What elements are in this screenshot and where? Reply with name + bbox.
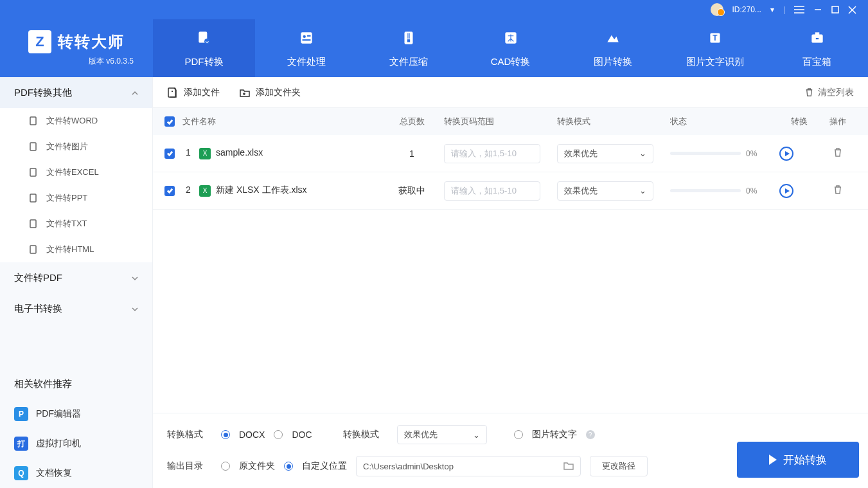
pages-cell: 获取中 (380, 185, 444, 197)
recommend-item-1[interactable]: 打虚拟打印机 (0, 429, 152, 458)
chevron-icon (132, 273, 138, 284)
maximize-icon[interactable] (831, 6, 839, 14)
sidebar-group-header[interactable]: PDF转换其他 (0, 77, 152, 108)
chevron-down-icon: ⌄ (473, 430, 480, 440)
row-checkbox[interactable] (164, 149, 175, 159)
format-option-docx[interactable]: DOCX (239, 429, 265, 440)
folder-icon[interactable] (563, 461, 574, 472)
row-number: 2 (182, 185, 194, 195)
format-option-doc[interactable]: DOC (292, 429, 312, 440)
svg-rect-5 (307, 35, 310, 36)
add-folder-button[interactable]: 添加文件夹 (239, 87, 301, 98)
tab-icon (195, 29, 213, 47)
svg-rect-14 (815, 38, 818, 39)
clear-list-label: 清空列表 (818, 87, 854, 98)
main-tab-5[interactable]: T图片文字识别 (664, 19, 766, 77)
recommend-icon: Q (14, 466, 28, 480)
sidebar-item-0[interactable]: 文件转WORD (0, 108, 152, 134)
svg-text:T: T (713, 33, 718, 42)
img2text-label[interactable]: 图片转文字 (532, 429, 577, 440)
convert-button[interactable] (779, 184, 793, 198)
file-type-icon (28, 193, 39, 203)
svg-rect-17 (30, 168, 36, 176)
avatar-icon[interactable] (711, 3, 723, 16)
output-option-source[interactable]: 原文件夹 (239, 460, 275, 472)
output-radio-custom[interactable] (284, 462, 293, 471)
sidebar-item-5[interactable]: 文件转HTML (0, 237, 152, 262)
tab-icon (808, 29, 826, 47)
format-radio-doc[interactable] (274, 430, 283, 439)
output-label: 输出目录 (167, 460, 212, 472)
row-checkbox[interactable] (164, 186, 175, 196)
start-convert-label: 开始转换 (783, 453, 827, 467)
menu-icon[interactable] (794, 6, 804, 14)
main-tab-3[interactable]: CAD转换 (459, 19, 562, 77)
clear-list-button[interactable]: 清空列表 (804, 87, 854, 98)
main-tabs: PDF转换文件处理文件压缩CAD转换图片转换T图片文字识别百宝箱 (153, 19, 868, 77)
chevron-down-icon: ⌄ (639, 186, 646, 195)
svg-rect-6 (302, 39, 310, 41)
minimize-icon[interactable] (813, 5, 822, 14)
col-mode: 转换模式 (557, 116, 670, 127)
output-path-value: C:\Users\admin\Desktop (363, 462, 454, 471)
chevron-icon (132, 87, 138, 98)
file-type-icon (28, 116, 39, 126)
select-all-checkbox[interactable] (164, 116, 175, 127)
user-id-label[interactable]: ID:270... (732, 5, 761, 14)
output-option-custom[interactable]: 自定义位置 (302, 460, 347, 472)
main-tab-1[interactable]: 文件处理 (255, 19, 357, 77)
help-icon[interactable]: ? (586, 430, 595, 439)
main-panel: 添加文件 添加文件夹 清空列表 文件名称 总页数 转换页码范围 转换模式 状态 … (153, 77, 868, 488)
tab-label: 百宝箱 (802, 56, 831, 68)
sidebar-item-3[interactable]: 文件转PPT (0, 185, 152, 211)
close-icon[interactable] (848, 6, 856, 14)
tab-icon (502, 29, 520, 47)
recommend-item-0[interactable]: PPDF编辑器 (0, 399, 152, 429)
page-range-input[interactable] (444, 181, 540, 201)
convert-button[interactable] (779, 147, 793, 161)
start-convert-button[interactable]: 开始转换 (737, 442, 859, 478)
recommend-item-2[interactable]: Q文档恢复 (0, 458, 152, 488)
sidebar-group-header[interactable]: 文件转PDF (0, 262, 152, 293)
tab-label: 文件压缩 (389, 56, 428, 68)
change-path-button[interactable]: 更改路径 (590, 456, 648, 476)
page-range-input[interactable] (444, 144, 540, 163)
svg-rect-20 (30, 246, 36, 253)
col-convert: 转换 (779, 116, 819, 127)
recommend-label: 虚拟打印机 (36, 438, 81, 449)
col-pages: 总页数 (380, 116, 444, 127)
mode-select[interactable]: 效果优先⌄ (557, 181, 653, 201)
svg-rect-8 (407, 39, 409, 42)
user-dropdown-icon[interactable]: ▾ (770, 5, 774, 14)
sidebar-item-label: 文件转TXT (46, 218, 87, 230)
img2text-radio[interactable] (514, 430, 523, 439)
add-file-button[interactable]: 添加文件 (167, 87, 220, 98)
svg-rect-13 (815, 32, 819, 35)
main-tab-6[interactable]: 百宝箱 (766, 19, 868, 77)
sidebar-item-2[interactable]: 文件转EXCEL (0, 159, 152, 185)
tab-label: 图片转换 (594, 56, 632, 68)
sidebar-group-title: 文件转PDF (14, 272, 62, 284)
svg-rect-21 (168, 88, 175, 97)
delete-button[interactable] (833, 186, 843, 197)
mode-select[interactable]: 效果优先⌄ (557, 144, 653, 163)
brand: Z 转转大师 版本 v6.0.3.5 (0, 19, 153, 77)
format-radio-docx[interactable] (221, 430, 230, 439)
mode-select[interactable]: 效果优先 ⌄ (397, 425, 487, 444)
separator: | (783, 5, 785, 14)
chevron-icon (132, 303, 138, 314)
svg-point-2 (204, 39, 210, 44)
output-path-input[interactable]: C:\Users\admin\Desktop (356, 456, 581, 476)
xlsx-icon: X (199, 185, 211, 197)
sidebar-item-label: 文件转图片 (46, 141, 88, 152)
main-tab-2[interactable]: 文件压缩 (357, 19, 459, 77)
sidebar-group-header[interactable]: 电子书转换 (0, 293, 152, 324)
sidebar-item-1[interactable]: 文件转图片 (0, 134, 152, 159)
main-tab-0[interactable]: PDF转换 (153, 19, 255, 77)
sidebar-group-title: PDF转换其他 (14, 87, 72, 99)
sidebar-item-4[interactable]: 文件转TXT (0, 211, 152, 237)
table-header: 文件名称 总页数 转换页码范围 转换模式 状态 转换 操作 (153, 108, 868, 135)
output-radio-source[interactable] (221, 462, 230, 471)
main-tab-4[interactable]: 图片转换 (562, 19, 664, 77)
delete-button[interactable] (833, 149, 843, 159)
